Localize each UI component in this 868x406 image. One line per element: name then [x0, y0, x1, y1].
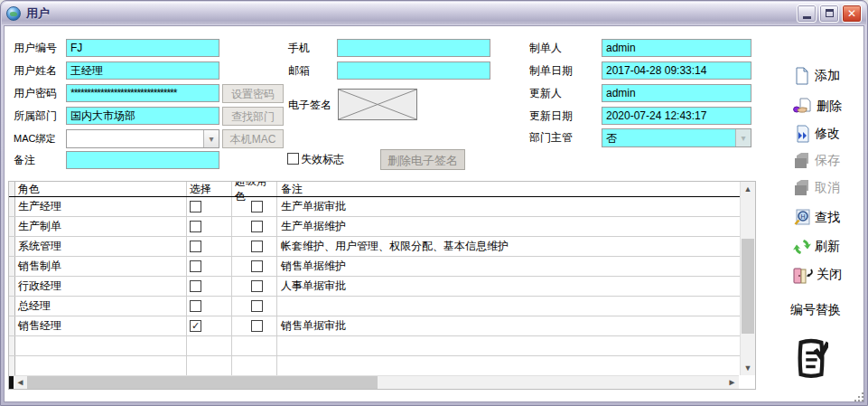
horizontal-scrollbar-thumb[interactable]	[27, 376, 378, 389]
super-role-checkbox[interactable]	[251, 280, 263, 292]
scroll-right-icon[interactable]: ►	[725, 376, 739, 389]
add-button[interactable]: 添加	[793, 66, 840, 86]
dept-head-dropdown-button[interactable]: ▾	[735, 129, 751, 146]
user-name-input[interactable]	[66, 61, 219, 80]
updater-input[interactable]	[602, 84, 751, 102]
remark-cell: 销售单据审批	[277, 316, 740, 335]
find-department-button[interactable]: 查找部门	[222, 107, 284, 126]
table-empty-row	[9, 336, 740, 356]
signature-image-placeholder[interactable]	[338, 89, 417, 120]
dept-head-combobox[interactable]: 否 ▾	[602, 128, 751, 147]
selected-checkbox[interactable]	[190, 280, 201, 292]
super-role-checkbox[interactable]	[251, 241, 263, 252]
local-mac-button[interactable]: 本机MAC	[222, 129, 284, 148]
invalid-flag-checkbox[interactable]	[287, 153, 299, 165]
refresh-button[interactable]: 刷新	[793, 237, 840, 257]
maximize-icon	[826, 9, 834, 17]
mac-combobox[interactable]: ▾	[66, 129, 219, 148]
delete-button[interactable]: 删除	[793, 97, 842, 117]
dept-head-label: 部门主管	[529, 128, 573, 146]
horizontal-scrollbar[interactable]: ◄ ►	[9, 375, 739, 389]
table-row[interactable]: 行政经理 人事单据审批	[9, 277, 740, 297]
column-header-remark[interactable]: 备注	[277, 182, 740, 196]
user-id-label: 用户编号	[14, 39, 57, 57]
maximize-button[interactable]	[819, 5, 839, 23]
super-role-checkbox[interactable]	[251, 300, 263, 312]
mac-value	[67, 130, 203, 147]
selected-checkbox[interactable]: ✓	[190, 320, 201, 332]
selected-checkbox[interactable]	[190, 201, 201, 212]
vertical-scrollbar[interactable]: ▲ ▼	[740, 182, 755, 375]
cancel-folder-icon	[793, 179, 811, 197]
remark-input[interactable]	[66, 151, 219, 169]
row-selector[interactable]	[9, 277, 15, 296]
modify-button[interactable]: 修改	[793, 124, 840, 144]
super-role-checkbox[interactable]	[251, 201, 263, 212]
cancel-button[interactable]: 取消	[793, 178, 840, 198]
titlebar[interactable]: 用户 ✕	[2, 2, 866, 24]
resize-grip[interactable]	[853, 391, 863, 401]
department-input[interactable]	[66, 107, 219, 125]
exit-door-icon	[793, 266, 813, 284]
delete-hand-icon	[793, 98, 813, 116]
table-row[interactable]: 销售经理 ✓ 销售单据审批	[9, 316, 740, 336]
save-button[interactable]: 保存	[793, 151, 840, 171]
super-role-checkbox[interactable]	[251, 320, 263, 332]
scroll-up-icon[interactable]: ▲	[741, 182, 755, 196]
number-replace-button[interactable]: 编号替换	[790, 302, 841, 318]
table-header-row: 角色 选择 超级角色 备注	[9, 182, 740, 197]
mac-dropdown-button[interactable]: ▾	[203, 130, 219, 147]
role-cell: 行政经理	[15, 277, 187, 296]
column-header-role[interactable]: 角色	[15, 182, 187, 196]
table-row[interactable]: 生产经理 生产单据审批	[9, 197, 740, 217]
horizontal-scrollbar-track[interactable]	[378, 376, 725, 389]
magnifier-icon: H	[793, 209, 811, 227]
role-cell: 生产制单	[15, 217, 187, 236]
table-row[interactable]: 系统管理 帐套维护、用户管理、权限分配、基本信息维护	[9, 237, 740, 257]
column-header-selected[interactable]: 选择	[187, 182, 232, 196]
scroll-left-icon[interactable]: ◄	[14, 376, 27, 389]
column-header-super-role[interactable]: 超级角色	[232, 182, 277, 196]
delete-signature-button[interactable]: 删除电子签名	[380, 149, 465, 170]
refresh-arrows-icon	[793, 238, 811, 256]
user-name-label: 用户姓名	[14, 61, 57, 80]
scroll-down-icon[interactable]: ▼	[741, 361, 755, 375]
close-window-button[interactable]: 关闭	[793, 265, 842, 285]
set-password-button[interactable]: 设置密码	[222, 84, 284, 103]
vertical-scrollbar-thumb[interactable]	[742, 239, 754, 334]
find-button[interactable]: H 查找	[793, 208, 840, 228]
row-selector[interactable]	[9, 257, 15, 276]
create-date-input[interactable]	[602, 61, 751, 80]
row-selector[interactable]	[9, 297, 15, 316]
update-date-label: 更新日期	[529, 107, 573, 125]
super-role-checkbox[interactable]	[251, 221, 263, 232]
close-button[interactable]: ✕	[842, 5, 862, 23]
password-input[interactable]	[66, 84, 219, 102]
row-selector	[9, 336, 15, 355]
email-input[interactable]	[337, 61, 490, 80]
update-date-input[interactable]	[602, 107, 751, 125]
selected-checkbox[interactable]	[190, 260, 201, 272]
role-cell: 销售经理	[15, 316, 187, 335]
placeholder-x-icon	[339, 90, 416, 119]
row-selector[interactable]	[9, 217, 15, 236]
mobile-input[interactable]	[337, 39, 490, 57]
row-selector	[9, 356, 15, 375]
mobile-label: 手机	[288, 39, 310, 57]
table-row[interactable]: 生产制单 生产单据维护	[9, 217, 740, 237]
minimize-button[interactable]	[797, 5, 817, 23]
notepad-check-icon[interactable]	[794, 336, 828, 383]
row-selector[interactable]	[9, 197, 15, 216]
super-role-checkbox[interactable]	[251, 260, 263, 272]
mac-label: MAC绑定	[14, 129, 55, 147]
selected-checkbox[interactable]	[190, 300, 201, 312]
chevron-down-icon: ▾	[209, 134, 213, 144]
selected-checkbox[interactable]	[190, 221, 201, 232]
table-row[interactable]: 总经理	[9, 297, 740, 316]
row-selector[interactable]	[9, 237, 15, 256]
creator-input[interactable]	[602, 39, 751, 57]
table-row[interactable]: 销售制单 销售单据维护	[9, 257, 740, 277]
selected-checkbox[interactable]	[190, 241, 201, 252]
row-selector[interactable]	[9, 316, 15, 335]
user-id-input[interactable]	[66, 39, 219, 57]
